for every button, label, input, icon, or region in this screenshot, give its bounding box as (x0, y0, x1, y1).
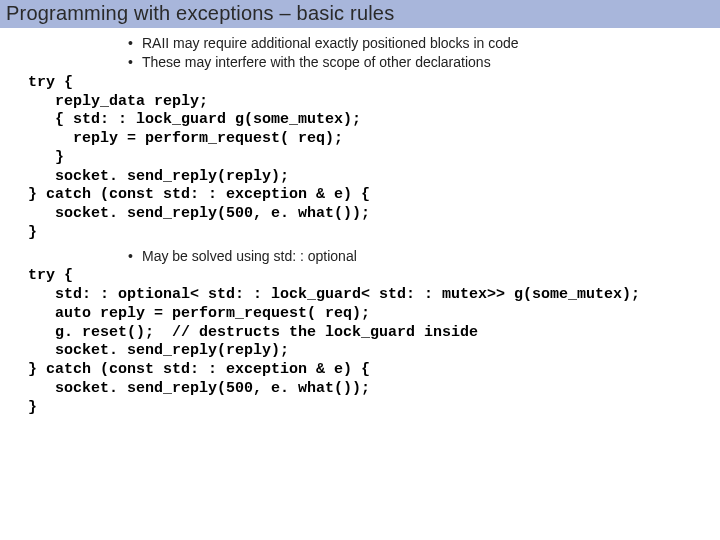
list-item: These may interfere with the scope of ot… (128, 53, 710, 72)
code-block-2: try { std: : optional< std: : lock_guard… (28, 267, 710, 417)
slide-title: Programming with exceptions – basic rule… (0, 0, 720, 28)
list-item: May be solved using std: : optional (128, 247, 710, 266)
code-block-1: try { reply_data reply; { std: : lock_gu… (28, 74, 710, 243)
bullet-list-1: RAII may require additional exactly posi… (28, 34, 710, 72)
slide: Programming with exceptions – basic rule… (0, 0, 720, 540)
slide-body: RAII may require additional exactly posi… (0, 28, 720, 417)
list-item: RAII may require additional exactly posi… (128, 34, 710, 53)
bullet-list-2: May be solved using std: : optional (28, 247, 710, 266)
